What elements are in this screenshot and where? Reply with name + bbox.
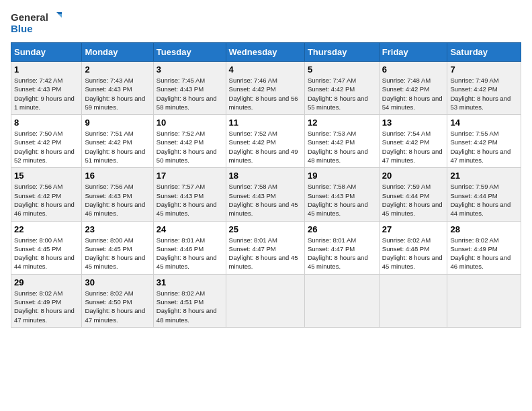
day-cell: 12 Sunrise: 7:53 AM Sunset: 4:42 PM Dayl…: [304, 115, 379, 168]
sunrise-time: 7:54 AM: [407, 130, 431, 137]
sunset-time: 4:43 PM: [252, 192, 275, 199]
day-info: Sunrise: 8:01 AM Sunset: 4:47 PM Dayligh…: [229, 236, 302, 271]
day-number: 10: [157, 118, 223, 128]
day-info: Sunrise: 7:45 AM Sunset: 4:43 PM Dayligh…: [157, 76, 223, 111]
sunset-label: Sunset:: [308, 138, 331, 146]
day-cell: 19 Sunrise: 7:58 AM Sunset: 4:43 PM Dayl…: [304, 168, 379, 221]
sunrise-label: Sunrise:: [85, 183, 110, 190]
day-info: Sunrise: 8:02 AM Sunset: 4:48 PM Dayligh…: [382, 236, 445, 271]
day-cell: 26 Sunrise: 8:01 AM Sunset: 4:47 PM Dayl…: [304, 221, 379, 274]
day-number: 17: [157, 171, 223, 181]
sunset-time: 4:43 PM: [180, 85, 204, 93]
day-number: 20: [382, 171, 445, 181]
day-number: 8: [14, 118, 79, 128]
sunset-time: 4:47 PM: [331, 245, 355, 253]
sunset-label: Sunset:: [450, 245, 474, 253]
sunrise-time: 7:59 AM: [407, 183, 431, 190]
daylight-label: Daylight: 8 hours and 54 minutes.: [382, 95, 443, 111]
daylight-label: Daylight: 8 hours and 51 minutes.: [85, 148, 145, 164]
day-cell: 2 Sunrise: 7:43 AM Sunset: 4:43 PM Dayli…: [82, 62, 153, 115]
sunrise-time: 8:02 AM: [40, 289, 63, 297]
sunrise-label: Sunrise:: [85, 77, 110, 84]
day-number: 11: [229, 118, 302, 128]
day-cell: 6 Sunrise: 7:48 AM Sunset: 4:42 PM Dayli…: [379, 62, 447, 115]
day-info: Sunrise: 7:47 AM Sunset: 4:42 PM Dayligh…: [308, 76, 376, 111]
day-cell: 23 Sunrise: 8:00 AM Sunset: 4:45 PM Dayl…: [82, 221, 153, 274]
sunset-label: Sunset:: [382, 85, 406, 93]
day-number: 21: [450, 171, 518, 181]
sunrise-label: Sunrise:: [229, 77, 255, 84]
daylight-label: Daylight: 8 hours and 45 minutes.: [229, 254, 298, 270]
day-info: Sunrise: 7:58 AM Sunset: 4:43 PM Dayligh…: [229, 182, 302, 218]
sunset-label: Sunset:: [157, 192, 180, 199]
daylight-label: Daylight: 8 hours and 59 minutes.: [85, 95, 145, 111]
sunset-time: 4:42 PM: [406, 138, 429, 146]
daylight-label: Daylight: 8 hours and 45 minutes.: [157, 201, 217, 217]
sunset-time: 4:42 PM: [474, 138, 497, 146]
sunrise-time: 7:47 AM: [332, 77, 356, 84]
daylight-label: Daylight: 8 hours and 55 minutes.: [308, 95, 368, 111]
day-info: Sunrise: 7:53 AM Sunset: 4:42 PM Dayligh…: [308, 129, 376, 165]
sunrise-label: Sunrise:: [14, 77, 40, 84]
day-number: 28: [450, 224, 518, 234]
day-number: 29: [14, 277, 79, 287]
day-cell: 28 Sunrise: 8:02 AM Sunset: 4:49 PM Dayl…: [447, 221, 521, 274]
daylight-label: Daylight: 8 hours and 45 minutes.: [382, 254, 443, 270]
calendar-table: Sunday Monday Tuesday Wednesday Thursday…: [11, 42, 521, 328]
sunrise-time: 7:52 AM: [254, 130, 277, 137]
day-number: 1: [14, 64, 79, 75]
day-cell: 18 Sunrise: 7:58 AM Sunset: 4:43 PM Dayl…: [226, 168, 304, 221]
sunrise-label: Sunrise:: [157, 130, 182, 137]
sunrise-time: 8:01 AM: [332, 236, 356, 244]
day-info: Sunrise: 8:01 AM Sunset: 4:47 PM Dayligh…: [308, 236, 376, 271]
day-number: 27: [382, 224, 445, 234]
logo-general: General: [11, 11, 48, 23]
sunrise-time: 8:00 AM: [40, 236, 63, 244]
sunrise-time: 8:02 AM: [110, 289, 134, 297]
day-cell: [226, 274, 304, 327]
day-info: Sunrise: 7:55 AM Sunset: 4:42 PM Dayligh…: [450, 129, 518, 165]
sunset-label: Sunset:: [157, 245, 180, 253]
sunset-time: 4:43 PM: [180, 192, 204, 199]
day-info: Sunrise: 8:02 AM Sunset: 4:49 PM Dayligh…: [450, 236, 518, 271]
svg-marker-1: [58, 14, 62, 17]
sunrise-time: 7:43 AM: [110, 77, 134, 84]
sunset-label: Sunset:: [450, 85, 474, 93]
daylight-label: Daylight: 8 hours and 45 minutes.: [308, 201, 368, 217]
day-info: Sunrise: 7:56 AM Sunset: 4:43 PM Dayligh…: [85, 182, 150, 218]
sunrise-label: Sunrise:: [85, 289, 110, 297]
day-info: Sunrise: 8:02 AM Sunset: 4:51 PM Dayligh…: [157, 289, 223, 324]
sunrise-label: Sunrise:: [229, 130, 255, 137]
sunset-time: 4:43 PM: [108, 192, 132, 199]
sunset-label: Sunset:: [157, 298, 180, 306]
sunset-label: Sunset:: [85, 298, 108, 306]
day-number: 7: [450, 64, 518, 75]
sunset-label: Sunset:: [308, 245, 331, 253]
day-number: 24: [157, 224, 223, 234]
sunset-label: Sunset:: [85, 192, 108, 199]
daylight-label: Daylight: 8 hours and 45 minutes.: [157, 254, 217, 270]
sunset-time: 4:42 PM: [38, 192, 61, 199]
day-info: Sunrise: 7:48 AM Sunset: 4:42 PM Dayligh…: [382, 76, 445, 111]
daylight-label: Daylight: 8 hours and 49 minutes.: [229, 148, 298, 164]
day-cell: [379, 274, 447, 327]
day-info: Sunrise: 7:54 AM Sunset: 4:42 PM Dayligh…: [382, 129, 445, 165]
sunrise-label: Sunrise:: [157, 77, 182, 84]
daylight-label: Daylight: 8 hours and 58 minutes.: [157, 95, 217, 111]
day-info: Sunrise: 7:57 AM Sunset: 4:43 PM Dayligh…: [157, 182, 223, 218]
sunrise-label: Sunrise:: [382, 77, 408, 84]
day-cell: [304, 274, 379, 327]
day-info: Sunrise: 7:52 AM Sunset: 4:42 PM Dayligh…: [157, 129, 223, 165]
sunset-time: 4:42 PM: [406, 85, 429, 93]
day-number: 23: [85, 224, 150, 234]
sunset-time: 4:48 PM: [406, 245, 429, 253]
calendar-body: 1 Sunrise: 7:42 AM Sunset: 4:43 PM Dayli…: [11, 62, 521, 328]
sunrise-time: 8:01 AM: [181, 236, 205, 244]
sunset-time: 4:42 PM: [38, 138, 61, 146]
day-cell: 3 Sunrise: 7:45 AM Sunset: 4:43 PM Dayli…: [153, 62, 226, 115]
day-info: Sunrise: 8:02 AM Sunset: 4:49 PM Dayligh…: [14, 289, 79, 324]
daylight-label: Daylight: 8 hours and 46 minutes.: [14, 201, 75, 217]
sunrise-time: 8:00 AM: [110, 236, 134, 244]
day-info: Sunrise: 7:49 AM Sunset: 4:42 PM Dayligh…: [450, 76, 518, 111]
day-info: Sunrise: 8:01 AM Sunset: 4:46 PM Dayligh…: [157, 236, 223, 271]
